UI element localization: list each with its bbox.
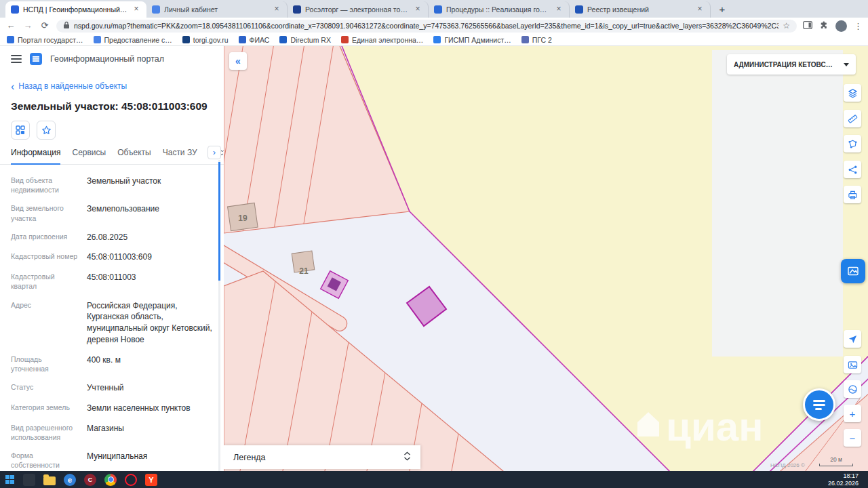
related-objects-button[interactable] xyxy=(11,121,30,140)
tab-information[interactable]: Информация xyxy=(11,148,60,165)
attribute-label: Категория земель xyxy=(11,403,79,414)
tab-title: НСПД | Геоинформационный п… xyxy=(23,5,127,14)
tab-close-icon[interactable] xyxy=(554,5,564,14)
attribute-label: Вид объекта недвижимости xyxy=(11,176,79,195)
bookmark-favicon xyxy=(341,36,349,43)
browser-tab-roseltorg[interactable]: Росэлторг — электронная торг… xyxy=(288,1,429,18)
chat-lines-icon xyxy=(813,400,825,402)
url-input[interactable]: nspd.gov.ru/map?thematic=PKK&zoom=18.095… xyxy=(56,20,797,33)
area-measure-button[interactable] xyxy=(844,135,861,152)
chat-support-button[interactable] xyxy=(803,388,835,421)
tab-close-icon[interactable] xyxy=(695,5,705,14)
coordinates-button[interactable] xyxy=(844,380,861,398)
bookmark-item[interactable]: Предоставление с… xyxy=(94,36,172,44)
browser-tab-account[interactable]: Личный кабинет xyxy=(146,1,288,18)
attribute-row: Форма собственностиМуниципальная xyxy=(11,451,213,470)
reload-icon[interactable] xyxy=(39,20,50,31)
bookmark-item[interactable]: Портал государст… xyxy=(7,36,83,44)
locate-me-button[interactable] xyxy=(844,330,861,348)
file-explorer-icon[interactable] xyxy=(43,476,56,485)
attribute-list: Вид объекта недвижимостиЗемельный участо… xyxy=(0,165,224,471)
browser-tab-nspd[interactable]: НСПД | Геоинформационный п… xyxy=(5,1,146,18)
chrome-browser-icon[interactable] xyxy=(104,474,117,486)
bookmark-favicon xyxy=(521,36,529,43)
attribute-row: Вид земельного участкаЗемлепользование xyxy=(11,203,213,222)
menu-burger-icon[interactable] xyxy=(11,55,22,63)
new-tab-button[interactable] xyxy=(715,2,730,17)
windows-taskbar: 18:17 26.02.2026 xyxy=(0,471,868,488)
tab-favicon xyxy=(293,5,301,14)
bookmark-label: Directum RX xyxy=(290,36,331,44)
region-dropdown-panel xyxy=(712,50,843,357)
scrollbar-thumb[interactable] xyxy=(218,162,220,281)
tab-favicon xyxy=(11,5,19,14)
browser-address-bar: nspd.gov.ru/map?thematic=PKK&zoom=18.095… xyxy=(0,18,868,34)
minus-icon: − xyxy=(850,432,856,444)
browser-tab-notices[interactable]: Реестр извещений xyxy=(570,1,711,18)
zoom-out-button[interactable]: − xyxy=(844,429,861,447)
tab-parcel-parts[interactable]: Части ЗУ xyxy=(163,148,197,164)
attribute-label: Вид разрешенного использования xyxy=(11,423,79,442)
share-icon xyxy=(848,165,858,175)
image-frame-icon xyxy=(847,265,859,277)
bookmark-item[interactable]: Directum RX xyxy=(279,36,331,44)
attribute-value: Муниципальная xyxy=(87,451,147,470)
print-button[interactable] xyxy=(844,186,861,203)
attribute-row: Категория земельЗемли населенных пунктов xyxy=(11,403,213,414)
bookmark-item[interactable]: ФИАС xyxy=(239,36,270,44)
profile-avatar[interactable] xyxy=(835,20,847,32)
start-button[interactable] xyxy=(5,475,15,485)
legend-bar[interactable]: Легенда xyxy=(224,445,420,469)
bookmark-item[interactable]: torgi.gov.ru xyxy=(182,36,229,44)
panorama-button[interactable] xyxy=(844,356,861,373)
bookmark-item[interactable]: Единая электронна… xyxy=(341,36,423,44)
zoom-in-button[interactable]: + xyxy=(844,405,861,422)
bookmark-item[interactable]: ПГС 2 xyxy=(521,36,552,44)
tab-close-icon[interactable] xyxy=(132,5,141,14)
panel-tabs: Информация Сервисы Объекты Части ЗУ Сост… xyxy=(0,148,224,165)
favorite-star-button[interactable] xyxy=(37,121,56,140)
share-button[interactable] xyxy=(844,161,861,178)
object-title: Земельный участок: 45:08:011003:609 xyxy=(11,100,213,113)
measure-tool-button[interactable] xyxy=(844,110,861,127)
taskbar-app-icon[interactable] xyxy=(23,474,35,486)
attribute-row: Площадь уточненная400 кв. м xyxy=(11,354,213,373)
yandex-browser-icon[interactable] xyxy=(145,474,157,486)
panel-scrollbar[interactable] xyxy=(218,160,220,471)
tab-close-icon[interactable] xyxy=(272,5,281,14)
collapse-panel-button[interactable]: « xyxy=(229,52,247,70)
layers-tool-button[interactable] xyxy=(844,84,861,102)
browser-tab-procedures[interactable]: Процедуры :: Реализация госи… xyxy=(429,1,570,18)
edge-browser-icon[interactable] xyxy=(64,474,76,486)
browser-menu-icon[interactable] xyxy=(854,22,863,30)
opera-browser-icon[interactable] xyxy=(125,474,137,486)
back-icon[interactable] xyxy=(5,20,16,31)
attribute-value: Земельный участок xyxy=(87,176,161,195)
bookmark-label: ПГС 2 xyxy=(532,36,552,44)
bookmark-label: Предоставление с… xyxy=(104,36,172,44)
map-viewport[interactable]: 19 21 циан « xyxy=(224,46,868,471)
back-to-results-link[interactable]: Назад в найденные объекты xyxy=(11,81,213,91)
side-panel-icon[interactable] xyxy=(803,21,812,31)
tab-close-icon[interactable] xyxy=(413,5,422,14)
extensions-puzzle-icon[interactable] xyxy=(819,20,829,32)
feedback-draw-button[interactable] xyxy=(841,259,865,283)
tabs-scroll-right-button[interactable] xyxy=(208,146,221,159)
tab-services[interactable]: Сервисы xyxy=(72,148,106,164)
page-content: Геоинформационный портал Назад в найденн… xyxy=(0,46,868,471)
attribute-label: Дата присвоения xyxy=(11,232,79,243)
legend-expand-icon[interactable] xyxy=(403,451,411,463)
ruler-icon xyxy=(848,114,858,124)
tab-objects[interactable]: Объекты xyxy=(117,148,151,164)
region-selector-dropdown[interactable]: АДМИНИСТРАЦИЯ КЕТОВС… xyxy=(727,54,856,75)
object-info-panel: Геоинформационный портал Назад в найденн… xyxy=(0,46,224,471)
forward-icon[interactable] xyxy=(22,20,33,31)
cadastral-map-canvas[interactable]: 19 21 циан xyxy=(224,46,868,471)
browser-tab-strip: НСПД | Геоинформационный п… Личный кабин… xyxy=(0,0,868,18)
bookmark-favicon xyxy=(239,36,246,43)
bookmark-item[interactable]: ГИСМП Админист… xyxy=(433,36,511,44)
bookmark-star-icon[interactable] xyxy=(783,22,790,30)
bookmarks-bar: Портал государст… Предоставление с… torg… xyxy=(0,34,868,46)
taskbar-clock[interactable]: 18:17 26.02.2026 xyxy=(828,472,863,487)
taskbar-app-icon[interactable] xyxy=(84,474,96,486)
